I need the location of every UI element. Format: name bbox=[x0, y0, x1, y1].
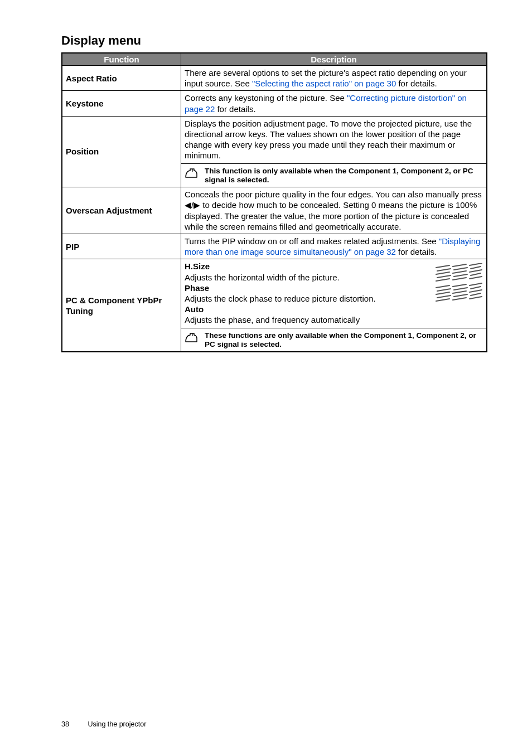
fn-pc-component: PC & Component YPbPr Tuning bbox=[62, 259, 181, 352]
desc-pip: Turns the PIP window on or off and makes… bbox=[181, 234, 487, 259]
sub-body-phase: Adjusts the clock phase to reduce pictur… bbox=[185, 293, 428, 304]
desc-position: Displays the position adjustment page. T… bbox=[181, 116, 487, 187]
hand-note-icon bbox=[185, 332, 199, 343]
fn-overscan: Overscan Adjustment bbox=[62, 187, 181, 234]
divider bbox=[181, 163, 486, 164]
sub-body-hsize: Adjusts the horizontal width of the pict… bbox=[185, 272, 428, 283]
text: Turns the PIP window on or off and makes… bbox=[185, 236, 439, 246]
sub-head-phase: Phase bbox=[185, 283, 428, 293]
table-row: Position Displays the position adjustmen… bbox=[62, 116, 487, 187]
divider bbox=[181, 328, 486, 328]
desc-pc-component: H.Size Adjusts the horizontal width of t… bbox=[181, 259, 487, 352]
phase-distortion-icon bbox=[434, 263, 483, 302]
note-text: These functions are only available when … bbox=[205, 331, 483, 350]
text: for details. bbox=[396, 79, 437, 88]
link-aspect-ratio[interactable]: "Selecting the aspect ratio" on page 30 bbox=[252, 79, 396, 88]
header-function: Function bbox=[62, 53, 181, 66]
footer-section-name: Using the projector bbox=[88, 720, 146, 728]
page-number: 38 bbox=[61, 720, 69, 728]
desc-overscan: Conceals the poor picture quality in the… bbox=[181, 187, 487, 234]
fn-keystone: Keystone bbox=[62, 91, 181, 116]
note-position: This function is only available when the… bbox=[185, 166, 483, 186]
table-row: Keystone Corrects any keystoning of the … bbox=[62, 91, 487, 116]
hand-note-icon bbox=[185, 168, 199, 179]
table-row: Overscan Adjustment Conceals the poor pi… bbox=[62, 187, 487, 234]
text: for details. bbox=[215, 104, 255, 114]
text: for details. bbox=[396, 247, 437, 256]
page-footer: 38 Using the projector bbox=[61, 720, 146, 728]
display-menu-table: Function Description Aspect Ratio There … bbox=[61, 52, 487, 352]
table-row: PIP Turns the PIP window on or off and m… bbox=[62, 234, 487, 259]
section-title: Display menu bbox=[61, 33, 487, 48]
note-text: This function is only available when the… bbox=[205, 167, 483, 186]
note-pc-component: These functions are only available when … bbox=[185, 330, 483, 350]
table-row: Aspect Ratio There are several options t… bbox=[62, 66, 487, 91]
table-row: PC & Component YPbPr Tuning H.Size Adjus… bbox=[62, 259, 487, 352]
desc-aspect-ratio: There are several options to set the pic… bbox=[181, 66, 487, 91]
sub-head-hsize: H.Size bbox=[185, 261, 428, 272]
fn-position: Position bbox=[62, 116, 181, 187]
sub-head-auto: Auto bbox=[185, 304, 428, 314]
fn-aspect-ratio: Aspect Ratio bbox=[62, 66, 181, 91]
text: Displays the position adjustment page. T… bbox=[185, 118, 483, 161]
fn-pip: PIP bbox=[62, 234, 181, 259]
header-description: Description bbox=[181, 53, 487, 66]
desc-keystone: Corrects any keystoning of the picture. … bbox=[181, 91, 487, 116]
text: Corrects any keystoning of the picture. … bbox=[185, 93, 347, 103]
sub-body-auto: Adjusts the phase, and frequency automat… bbox=[185, 314, 428, 325]
